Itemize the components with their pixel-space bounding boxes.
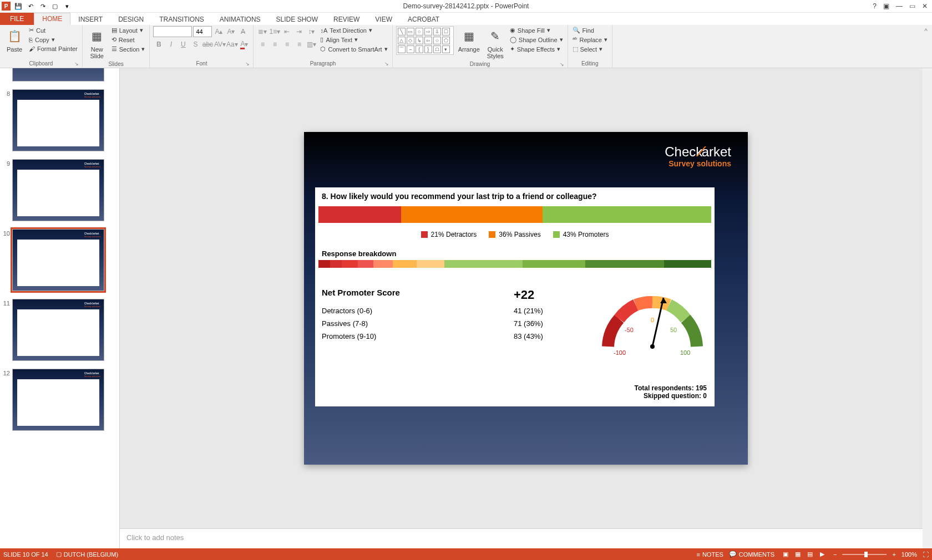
tab-file[interactable]: FILE bbox=[0, 13, 34, 25]
shape-pentagon-icon[interactable]: ⬠ bbox=[442, 37, 450, 44]
numbering-button[interactable]: 1≡▾ bbox=[269, 26, 280, 37]
undo-icon[interactable]: ↶ bbox=[26, 1, 36, 11]
shape-effects-button[interactable]: ✦Shape Effects▾ bbox=[509, 45, 564, 53]
section-button[interactable]: ☰Section▾ bbox=[110, 45, 146, 53]
find-button[interactable]: 🔍Find bbox=[571, 26, 609, 34]
slide-canvas[interactable]: Check⁄arket Survey solutions 8. How like… bbox=[120, 68, 932, 528]
restore-icon[interactable]: ▭ bbox=[909, 2, 915, 10]
slide-scrollbar[interactable] bbox=[923, 68, 932, 548]
change-case-button[interactable]: Aa▾ bbox=[226, 39, 237, 50]
tab-acrobat[interactable]: ACROBAT bbox=[400, 14, 447, 25]
font-name-input[interactable] bbox=[153, 26, 192, 37]
shape-arrow2-icon[interactable]: ⇩ bbox=[433, 28, 441, 35]
arrange-button[interactable]: ▦ Arrange bbox=[456, 26, 482, 54]
fit-to-window-icon[interactable]: ⛶ bbox=[923, 551, 929, 558]
shape-arrow-icon[interactable]: ⇨ bbox=[424, 28, 432, 35]
help-icon[interactable]: ? bbox=[873, 2, 877, 10]
shape-diamond-icon[interactable]: ◇ bbox=[407, 37, 414, 44]
slide-thumb-11[interactable]: Check/arketSurvey solutions bbox=[12, 299, 104, 361]
tab-slideshow[interactable]: SLIDE SHOW bbox=[269, 14, 326, 25]
qat-more-icon[interactable]: ▾ bbox=[62, 1, 72, 11]
justify-button[interactable]: ≡ bbox=[293, 39, 305, 50]
shapes-gallery[interactable]: ╲ ▭ ○ ⇨ ⇩ ☐ △ ◇ ↳ ⇦ ☆ ⬠ ⌒ ⌢ { } ☖ ▾ bbox=[396, 26, 454, 55]
slide-thumb-7[interactable] bbox=[12, 68, 104, 82]
tab-review[interactable]: REVIEW bbox=[326, 14, 367, 25]
bullets-button[interactable]: ≣▾ bbox=[257, 26, 268, 37]
replace-button[interactable]: ᵃᵇReplace▾ bbox=[571, 35, 609, 44]
new-slide-button[interactable]: ▦ New Slide bbox=[86, 26, 108, 60]
language-indicator[interactable]: ▢DUTCH (BELGIUM) bbox=[56, 551, 118, 558]
convert-smartart-button[interactable]: ⬡Convert to SmartArt▾ bbox=[319, 45, 388, 53]
increase-font-icon[interactable]: A▴ bbox=[213, 26, 224, 37]
thumbnail-panel[interactable]: 8 Check/arketSurvey solutions 9 Check/ar… bbox=[0, 68, 120, 548]
ribbon-display-icon[interactable]: ▣ bbox=[883, 2, 889, 10]
italic-button[interactable]: I bbox=[165, 39, 176, 50]
shape-oval-icon[interactable]: ○ bbox=[416, 28, 423, 35]
decrease-font-icon[interactable]: A▾ bbox=[225, 26, 236, 37]
align-left-button[interactable]: ≡ bbox=[257, 39, 268, 50]
strikethrough-button[interactable]: abc bbox=[202, 39, 213, 50]
shape-star-icon[interactable]: ☆ bbox=[433, 37, 441, 44]
bold-button[interactable]: B bbox=[153, 39, 164, 50]
line-spacing-button[interactable]: ↕▾ bbox=[306, 26, 317, 37]
font-launcher-icon[interactable]: ↘ bbox=[245, 61, 250, 67]
zoom-out-button[interactable]: − bbox=[833, 551, 837, 558]
shape-textbox-icon[interactable]: ☐ bbox=[442, 28, 450, 35]
save-icon[interactable]: 💾 bbox=[13, 1, 23, 11]
columns-button[interactable]: ▥▾ bbox=[306, 39, 317, 50]
layout-button[interactable]: ▤Layout▾ bbox=[110, 26, 146, 34]
shape-rect-icon[interactable]: ▭ bbox=[407, 28, 414, 35]
font-size-input[interactable] bbox=[193, 26, 212, 37]
shape-curve-icon[interactable]: ⌒ bbox=[398, 45, 406, 53]
align-right-button[interactable]: ≡ bbox=[281, 39, 292, 50]
notes-button[interactable]: ≡NOTES bbox=[696, 551, 723, 558]
sorter-view-icon[interactable]: ▦ bbox=[792, 550, 803, 559]
zoom-in-button[interactable]: + bbox=[892, 551, 895, 558]
align-text-button[interactable]: ▯Align Text▾ bbox=[319, 35, 388, 44]
zoom-slider[interactable] bbox=[842, 554, 887, 555]
tab-transitions[interactable]: TRANSITIONS bbox=[151, 14, 212, 25]
tab-home[interactable]: HOME bbox=[34, 13, 70, 25]
close-icon[interactable]: ✕ bbox=[922, 2, 928, 10]
redo-icon[interactable]: ↷ bbox=[38, 1, 48, 11]
paragraph-launcher-icon[interactable]: ↘ bbox=[384, 61, 389, 67]
shape-brace2-icon[interactable]: } bbox=[424, 45, 432, 53]
cut-button[interactable]: ✂Cut bbox=[28, 26, 79, 34]
start-from-beginning-icon[interactable]: ▢ bbox=[50, 1, 60, 11]
format-painter-button[interactable]: 🖌Format Painter bbox=[28, 45, 79, 53]
shape-line-icon[interactable]: ╲ bbox=[398, 28, 406, 35]
shape-triangle-icon[interactable]: △ bbox=[398, 37, 406, 44]
quick-styles-button[interactable]: ✎ Quick Styles bbox=[484, 26, 506, 60]
shape-brace-icon[interactable]: { bbox=[416, 45, 423, 53]
shape-fill-button[interactable]: ◉Shape Fill▾ bbox=[509, 26, 564, 34]
char-spacing-button[interactable]: AV▾ bbox=[214, 39, 225, 50]
minimize-icon[interactable]: — bbox=[896, 2, 903, 10]
shape-more-icon[interactable]: ▾ bbox=[442, 45, 450, 53]
shape-callout-icon[interactable]: ☖ bbox=[433, 45, 441, 53]
drawing-launcher-icon[interactable]: ↘ bbox=[560, 62, 564, 67]
align-center-button[interactable]: ≡ bbox=[269, 39, 280, 50]
increase-indent-button[interactable]: ⇥ bbox=[293, 26, 305, 37]
slideshow-view-icon[interactable]: ▶ bbox=[817, 550, 828, 559]
paste-button[interactable]: 📋 Paste bbox=[3, 26, 26, 54]
tab-insert[interactable]: INSERT bbox=[70, 14, 110, 25]
tab-design[interactable]: DESIGN bbox=[110, 14, 151, 25]
normal-view-icon[interactable]: ▣ bbox=[780, 550, 791, 559]
slide-counter[interactable]: SLIDE 10 OF 14 bbox=[3, 551, 48, 558]
slide-thumb-12[interactable]: Check/arketSurvey solutions bbox=[12, 369, 104, 431]
shape-outline-button[interactable]: ◯Shape Outline▾ bbox=[509, 35, 564, 44]
slide-thumb-9[interactable]: Check/arketSurvey solutions bbox=[12, 159, 104, 221]
comments-button[interactable]: 💬COMMENTS bbox=[729, 551, 774, 558]
shape-connector-icon[interactable]: ↳ bbox=[416, 37, 423, 44]
shadow-button[interactable]: S bbox=[190, 39, 201, 50]
underline-button[interactable]: U bbox=[178, 39, 189, 50]
font-color-button[interactable]: A▾ bbox=[239, 39, 250, 50]
reset-button[interactable]: ⟲Reset bbox=[110, 35, 146, 44]
clear-formatting-icon[interactable]: A̶ bbox=[237, 26, 249, 37]
zoom-level[interactable]: 100% bbox=[901, 551, 917, 558]
notes-area[interactable]: Click to add notes bbox=[120, 528, 932, 548]
clipboard-launcher-icon[interactable]: ↘ bbox=[74, 61, 79, 67]
collapse-ribbon-icon[interactable]: ^ bbox=[920, 25, 932, 68]
decrease-indent-button[interactable]: ⇤ bbox=[281, 26, 292, 37]
tab-view[interactable]: VIEW bbox=[367, 14, 400, 25]
